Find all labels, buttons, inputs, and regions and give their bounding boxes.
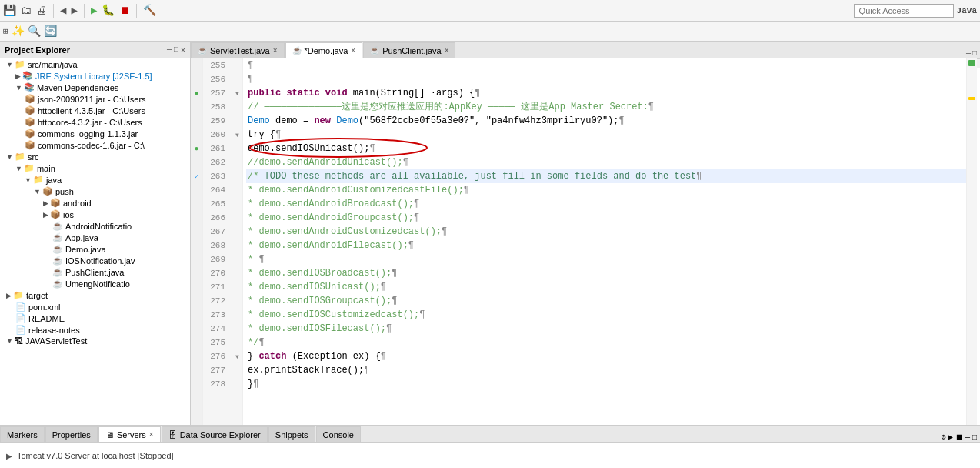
- code-line-264: * demo.sendAndroidCustomizedcastFile();¶: [246, 183, 966, 197]
- fold-261: [232, 142, 242, 155]
- line-num-273: 273: [203, 308, 228, 322]
- project-explorer-title: Project Explorer: [5, 45, 70, 55]
- tree-item-httpclient-jar[interactable]: 📦 httpclient-4.3.5.jar - C:\Users: [0, 105, 190, 116]
- minimize-panel-btn[interactable]: —: [167, 45, 172, 55]
- horizontal-scrollbar[interactable]: [977, 58, 980, 68]
- tree-item-src-main-java[interactable]: ▼ 📁 src/main/java: [0, 58, 190, 70]
- bottom-panel-icon-1[interactable]: ⚙: [942, 433, 946, 442]
- fold-274: [232, 322, 242, 336]
- toolbar-sep-2: [84, 4, 85, 18]
- fold-256: [232, 72, 242, 86]
- new-icon[interactable]: ✨: [12, 25, 25, 38]
- marker-row-277: [191, 363, 202, 377]
- tree-item-ios-notification[interactable]: ☕ IOSNotification.jav: [0, 255, 190, 266]
- fold-272: [232, 294, 242, 308]
- quick-access-input[interactable]: [854, 4, 954, 18]
- search-icon[interactable]: 🔍: [28, 25, 41, 38]
- tree-item-ios[interactable]: ▶ 📦 ios: [0, 209, 190, 220]
- tree-item-release-notes[interactable]: 📄 release-notes: [0, 324, 190, 336]
- line-num-267: 267: [203, 225, 228, 239]
- servers-close[interactable]: ×: [149, 430, 154, 439]
- print-icon[interactable]: 🖨: [36, 5, 47, 17]
- bottom-panel-min[interactable]: —: [965, 433, 970, 442]
- forward-icon[interactable]: ▶: [71, 4, 77, 17]
- line-num-272: 272: [203, 294, 228, 308]
- refresh-icon[interactable]: 🔄: [44, 25, 57, 38]
- tree-item-readme[interactable]: 📄 README: [0, 313, 190, 324]
- tab-data-source[interactable]: 🗄 Data Source Explorer: [162, 426, 268, 442]
- bottom-panel-icon-2[interactable]: ▶: [948, 433, 953, 442]
- second-toolbar: ⊞ ✨ 🔍 🔄: [0, 22, 980, 42]
- stop-icon[interactable]: ⏹: [119, 5, 130, 17]
- tree-item-httpcore-jar[interactable]: 📦 httpcore-4.3.2.jar - C:\Users: [0, 116, 190, 128]
- tree-item-push[interactable]: ▼ 📦 push: [0, 186, 190, 197]
- tree-item-app-java[interactable]: ☕ App.java: [0, 232, 190, 243]
- console-label: Console: [323, 430, 354, 440]
- editor-min-btn[interactable]: —: [966, 49, 971, 58]
- fold-259: [232, 114, 242, 128]
- fold-col: ▼ ▼: [232, 58, 243, 425]
- fold-276[interactable]: ▼: [232, 349, 242, 363]
- tree-item-target[interactable]: ▶ 📁 target: [0, 289, 190, 301]
- tree-item-pushclient[interactable]: ☕ PushClient.java: [0, 266, 190, 278]
- tab-push-client[interactable]: ☕ PushClient.java ×: [363, 42, 455, 58]
- toolbar-sep-1: [53, 4, 54, 18]
- tab-servlet-test[interactable]: ☕ ServletTest.java ×: [191, 42, 285, 58]
- properties-label: Properties: [52, 430, 91, 440]
- marker-row-264: [191, 183, 202, 197]
- code-line-267: * demo.sendAndroidCustomizedcast();¶: [246, 225, 966, 239]
- toolbar-sep-3: [136, 4, 137, 18]
- fold-268: [232, 239, 242, 252]
- tree-item-pom-xml[interactable]: 📄 pom.xml: [0, 301, 190, 313]
- tab-demo-java[interactable]: ☕ *Demo.java ×: [285, 42, 363, 58]
- line-num-255: 255: [203, 58, 228, 72]
- tab-servers[interactable]: 🖥 Servers ×: [98, 426, 161, 442]
- marker-row-258: [191, 100, 202, 114]
- debug-icon[interactable]: 🐛: [102, 4, 115, 17]
- tree-item-src[interactable]: ▼ 📁 src: [0, 151, 190, 162]
- tree-item-umeng-notification[interactable]: ☕ UmengNotificatio: [0, 278, 190, 289]
- push-client-close[interactable]: ×: [445, 46, 449, 55]
- data-source-icon: 🗄: [168, 430, 177, 440]
- bottom-panel-max[interactable]: □: [972, 433, 977, 442]
- tree-item-android[interactable]: ▶ 📦 android: [0, 197, 190, 209]
- tab-console[interactable]: Console: [316, 426, 361, 442]
- back-icon[interactable]: ◀: [60, 4, 66, 17]
- bottom-panel-icon-3[interactable]: ⏹: [955, 433, 963, 442]
- demo-java-close[interactable]: ×: [351, 46, 355, 55]
- fold-275: [232, 336, 242, 349]
- fold-257[interactable]: ▼: [232, 86, 242, 100]
- server-expand-icon[interactable]: ▶: [6, 452, 12, 460]
- bottom-tabs: Markers Properties 🖥 Servers × 🗄 Data So…: [0, 426, 980, 443]
- tree-item-commons-codec[interactable]: 📦 commons-codec-1.6.jar - C:\: [0, 139, 190, 151]
- servlet-test-close[interactable]: ×: [273, 46, 278, 55]
- tree-item-demo-java[interactable]: ☕ Demo.java: [0, 243, 190, 255]
- tab-snippets[interactable]: Snippets: [268, 426, 315, 442]
- tree-item-main[interactable]: ▼ 📁 main: [0, 162, 190, 174]
- code-line-257: public static void main(String[] ·args) …: [246, 86, 966, 100]
- editor-max-btn[interactable]: □: [972, 49, 977, 58]
- tree-item-android-notification[interactable]: ☕ AndroidNotificatio: [0, 220, 190, 232]
- servers-icon: 🖥: [105, 430, 114, 440]
- tree-item-jre-system[interactable]: ▶ 📚 JRE System Library [J2SE-1.5]: [0, 70, 190, 82]
- line-num-263: 263: [203, 169, 228, 183]
- tree-item-java-folder[interactable]: ▼ 📁 java: [0, 174, 190, 186]
- perspective-icon[interactable]: ⊞: [3, 26, 8, 36]
- save-icon[interactable]: 💾: [3, 4, 16, 17]
- line-num-257: 257: [203, 86, 228, 100]
- tab-markers[interactable]: Markers: [0, 426, 45, 442]
- tab-properties[interactable]: Properties: [45, 426, 98, 442]
- marker-row-260: [191, 128, 202, 142]
- tree-item-json-jar[interactable]: 📦 json-20090211.jar - C:\Users: [0, 93, 190, 105]
- build-icon[interactable]: 🔨: [143, 4, 156, 17]
- tree-item-java-servlet-test[interactable]: ▼ 🏗 JAVAServletTest: [0, 336, 190, 346]
- save-all-icon[interactable]: 🗂: [21, 5, 32, 17]
- maximize-panel-btn[interactable]: □: [174, 45, 178, 55]
- run-icon[interactable]: ▶: [91, 4, 97, 17]
- close-panel-btn[interactable]: ✕: [181, 45, 185, 55]
- fold-260[interactable]: ▼: [232, 128, 242, 142]
- tree-item-maven-deps[interactable]: ▼ 📚 Maven Dependencies: [0, 82, 190, 93]
- code-content[interactable]: ¶ ¶ public static void main(String[] ·ar…: [243, 58, 966, 425]
- fold-270: [232, 266, 242, 280]
- tree-item-commons-logging[interactable]: 📦 commons-logging-1.1.3.jar: [0, 128, 190, 139]
